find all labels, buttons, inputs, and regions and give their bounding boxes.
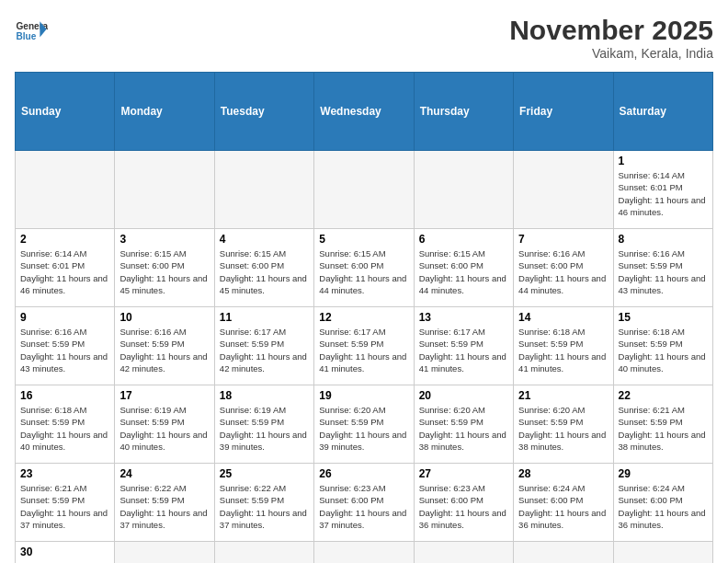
- calendar-cell: 11Sunrise: 6:17 AMSunset: 5:59 PMDayligh…: [214, 307, 313, 385]
- calendar-cell: [214, 151, 313, 229]
- day-number: 7: [518, 233, 608, 246]
- calendar-cell: 17Sunrise: 6:19 AMSunset: 5:59 PMDayligh…: [115, 385, 214, 464]
- calendar-week-3: 16Sunrise: 6:18 AMSunset: 5:59 PMDayligh…: [16, 385, 713, 464]
- day-info: Sunrise: 6:18 AMSunset: 5:59 PMDaylight:…: [619, 326, 708, 374]
- day-header-friday: Friday: [514, 73, 613, 151]
- calendar-cell: [16, 151, 115, 229]
- location-subtitle: Vaikam, Kerala, India: [509, 46, 713, 61]
- day-number: 1: [619, 155, 708, 167]
- day-number: 22: [619, 389, 708, 402]
- calendar-cell: 28Sunrise: 6:24 AMSunset: 6:00 PMDayligh…: [514, 464, 613, 542]
- day-header-thursday: Thursday: [414, 73, 513, 151]
- day-info: Sunrise: 6:23 AMSunset: 6:00 PMDaylight:…: [419, 482, 508, 531]
- day-info: Sunrise: 6:15 AMSunset: 6:00 PMDaylight:…: [419, 247, 508, 296]
- day-info: Sunrise: 6:20 AMSunset: 5:59 PMDaylight:…: [518, 404, 608, 453]
- day-number: 11: [220, 311, 309, 324]
- calendar-cell: 1Sunrise: 6:14 AMSunset: 6:01 PMDaylight…: [613, 151, 712, 229]
- day-info: Sunrise: 6:15 AMSunset: 6:00 PMDaylight:…: [220, 247, 309, 296]
- calendar-cell: [613, 542, 712, 564]
- logo: General Blue: [15, 15, 48, 48]
- day-number: 14: [518, 311, 608, 324]
- day-number: 28: [518, 467, 608, 480]
- day-number: 8: [619, 233, 708, 246]
- calendar-cell: [514, 151, 613, 229]
- calendar-cell: 16Sunrise: 6:18 AMSunset: 5:59 PMDayligh…: [16, 385, 115, 464]
- day-info: Sunrise: 6:18 AMSunset: 5:59 PMDaylight:…: [20, 404, 109, 453]
- calendar-table: SundayMondayTuesdayWednesdayThursdayFrid…: [15, 72, 713, 563]
- day-header-tuesday: Tuesday: [214, 73, 313, 151]
- calendar-cell: [414, 542, 513, 564]
- day-number: 4: [220, 233, 309, 246]
- day-number: 18: [220, 389, 309, 402]
- day-info: Sunrise: 6:24 AMSunset: 6:00 PMDaylight:…: [518, 482, 608, 531]
- day-info: Sunrise: 6:19 AMSunset: 5:59 PMDaylight:…: [220, 404, 309, 453]
- day-number: 9: [20, 311, 109, 324]
- calendar-cell: [115, 151, 214, 229]
- day-info: Sunrise: 6:17 AMSunset: 5:59 PMDaylight:…: [220, 326, 309, 374]
- logo-icon: General Blue: [15, 15, 48, 48]
- day-info: Sunrise: 6:14 AMSunset: 6:01 PMDaylight:…: [20, 247, 109, 296]
- calendar-cell: 27Sunrise: 6:23 AMSunset: 6:00 PMDayligh…: [414, 464, 513, 542]
- calendar-cell: 6Sunrise: 6:15 AMSunset: 6:00 PMDaylight…: [414, 229, 513, 307]
- day-info: Sunrise: 6:24 AMSunset: 6:00 PMDaylight:…: [619, 482, 708, 531]
- day-info: Sunrise: 6:21 AMSunset: 5:59 PMDaylight:…: [619, 404, 708, 453]
- page-header: General Blue November 2025 Vaikam, Keral…: [15, 15, 713, 61]
- title-block: November 2025 Vaikam, Kerala, India: [509, 15, 713, 61]
- day-number: 3: [119, 233, 209, 246]
- calendar-cell: 7Sunrise: 6:16 AMSunset: 6:00 PMDaylight…: [514, 229, 613, 307]
- day-info: Sunrise: 6:16 AMSunset: 6:00 PMDaylight:…: [518, 247, 608, 296]
- calendar-cell: 13Sunrise: 6:17 AMSunset: 5:59 PMDayligh…: [414, 307, 513, 385]
- calendar-cell: 8Sunrise: 6:16 AMSunset: 5:59 PMDaylight…: [613, 229, 712, 307]
- day-number: 13: [419, 311, 508, 324]
- day-info: Sunrise: 6:16 AMSunset: 5:59 PMDaylight:…: [619, 247, 708, 296]
- day-number: 12: [319, 311, 408, 324]
- day-number: 21: [518, 389, 608, 402]
- calendar-cell: [314, 151, 414, 229]
- calendar-body: 1Sunrise: 6:14 AMSunset: 6:01 PMDaylight…: [16, 151, 713, 564]
- calendar-cell: 14Sunrise: 6:18 AMSunset: 5:59 PMDayligh…: [514, 307, 613, 385]
- day-info: Sunrise: 6:22 AMSunset: 5:59 PMDaylight:…: [220, 482, 309, 531]
- calendar-cell: 22Sunrise: 6:21 AMSunset: 5:59 PMDayligh…: [613, 385, 712, 464]
- day-info: Sunrise: 6:23 AMSunset: 6:00 PMDaylight:…: [319, 482, 408, 531]
- day-number: 24: [119, 467, 209, 480]
- day-number: 16: [20, 389, 109, 402]
- calendar-cell: 10Sunrise: 6:16 AMSunset: 5:59 PMDayligh…: [115, 307, 214, 385]
- day-info: Sunrise: 6:20 AMSunset: 5:59 PMDaylight:…: [319, 404, 408, 453]
- day-number: 30: [20, 546, 109, 558]
- day-number: 23: [20, 467, 109, 480]
- day-number: 2: [20, 233, 109, 246]
- day-info: Sunrise: 6:18 AMSunset: 5:59 PMDaylight:…: [518, 326, 608, 374]
- month-title: November 2025: [509, 15, 713, 46]
- day-info: Sunrise: 6:17 AMSunset: 5:59 PMDaylight:…: [319, 326, 408, 374]
- day-info: Sunrise: 6:16 AMSunset: 5:59 PMDaylight:…: [20, 326, 109, 374]
- day-header-sunday: Sunday: [16, 73, 115, 151]
- calendar-cell: 19Sunrise: 6:20 AMSunset: 5:59 PMDayligh…: [314, 385, 414, 464]
- day-info: Sunrise: 6:14 AMSunset: 6:01 PMDaylight:…: [619, 169, 708, 218]
- day-number: 29: [619, 467, 708, 480]
- day-number: 20: [419, 389, 508, 402]
- calendar-week-4: 23Sunrise: 6:21 AMSunset: 5:59 PMDayligh…: [16, 464, 713, 542]
- calendar-cell: [115, 542, 214, 564]
- day-header-wednesday: Wednesday: [314, 73, 414, 151]
- calendar-cell: 18Sunrise: 6:19 AMSunset: 5:59 PMDayligh…: [214, 385, 313, 464]
- day-header-saturday: Saturday: [613, 73, 712, 151]
- calendar-cell: [314, 542, 414, 564]
- day-number: 19: [319, 389, 408, 402]
- day-info: Sunrise: 6:22 AMSunset: 5:59 PMDaylight:…: [119, 482, 209, 531]
- svg-text:Blue: Blue: [16, 31, 36, 41]
- calendar-cell: 9Sunrise: 6:16 AMSunset: 5:59 PMDaylight…: [16, 307, 115, 385]
- day-number: 10: [119, 311, 209, 324]
- calendar-cell: 20Sunrise: 6:20 AMSunset: 5:59 PMDayligh…: [414, 385, 513, 464]
- calendar-week-1: 2Sunrise: 6:14 AMSunset: 6:01 PMDaylight…: [16, 229, 713, 307]
- calendar-cell: 25Sunrise: 6:22 AMSunset: 5:59 PMDayligh…: [214, 464, 313, 542]
- calendar-week-0: 1Sunrise: 6:14 AMSunset: 6:01 PMDaylight…: [16, 151, 713, 229]
- day-number: 27: [419, 467, 508, 480]
- day-info: Sunrise: 6:20 AMSunset: 5:59 PMDaylight:…: [419, 404, 508, 453]
- calendar-cell: 3Sunrise: 6:15 AMSunset: 6:00 PMDaylight…: [115, 229, 214, 307]
- day-info: Sunrise: 6:21 AMSunset: 5:59 PMDaylight:…: [20, 482, 109, 531]
- day-number: 5: [319, 233, 408, 246]
- calendar-week-5: 30Sunrise: 6:24 AMSunset: 6:00 PMDayligh…: [16, 542, 713, 564]
- calendar-cell: 12Sunrise: 6:17 AMSunset: 5:59 PMDayligh…: [314, 307, 414, 385]
- day-info: Sunrise: 6:17 AMSunset: 5:59 PMDaylight:…: [419, 326, 508, 374]
- day-header-monday: Monday: [115, 73, 214, 151]
